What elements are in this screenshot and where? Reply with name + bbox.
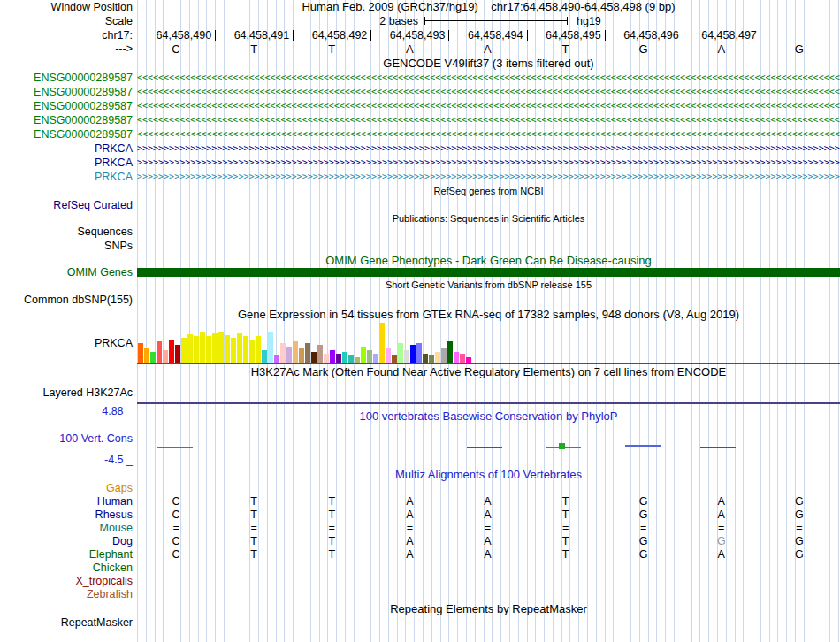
- gtex-expression-bar[interactable]: [336, 354, 341, 363]
- gtex-expression-bar[interactable]: [150, 352, 156, 363]
- gene-strand-arrows-left[interactable]: <<<<<<<<<<<<<<<<<<<<<<<<<<<<<<<<<<<<<<<<…: [137, 85, 840, 99]
- omim-genes-label[interactable]: OMIM Genes: [0, 268, 137, 278]
- gtex-expression-bar[interactable]: [163, 350, 168, 363]
- publications-track-title[interactable]: Publications: Sequences in Scientific Ar…: [137, 212, 840, 225]
- common-dbsnp-track[interactable]: [137, 293, 840, 307]
- gtex-expression-bar[interactable]: [293, 341, 298, 363]
- phylop-track[interactable]: 100 vertebrates Basewise Conservation by…: [137, 406, 840, 467]
- sequences-track[interactable]: [137, 225, 840, 239]
- gtex-expression-bar[interactable]: [441, 348, 447, 363]
- gtex-expression-bar[interactable]: [256, 336, 261, 363]
- gtex-expression-bar[interactable]: [268, 332, 273, 363]
- gtex-expression-bar[interactable]: [187, 334, 193, 363]
- gtex-expression-bar[interactable]: [367, 350, 372, 363]
- gene-label[interactable]: ENSG00000289587: [0, 71, 137, 85]
- gtex-chart[interactable]: [137, 322, 840, 364]
- gtex-expression-bar[interactable]: [249, 340, 255, 363]
- gene-strand-arrows-left[interactable]: <<<<<<<<<<<<<<<<<<<<<<<<<<<<<<<<<<<<<<<<…: [137, 71, 840, 85]
- refseq-curated-label[interactable]: RefSeq Curated: [0, 198, 137, 212]
- gene-strand-arrows-right[interactable]: >>>>>>>>>>>>>>>>>>>>>>>>>>>>>>>>>>>>>>>>…: [137, 156, 840, 170]
- gtex-gene-label[interactable]: PRKCA: [0, 322, 137, 364]
- gene-label[interactable]: PRKCA: [0, 156, 137, 170]
- gtex-expression-bar[interactable]: [379, 323, 385, 363]
- gtex-expression-bar[interactable]: [194, 336, 199, 363]
- layered-h3k27ac-label[interactable]: Layered H3K27Ac: [0, 379, 137, 406]
- repeatmasker-label[interactable]: RepeatMasker: [0, 616, 137, 630]
- gene-strand-arrows-right[interactable]: >>>>>>>>>>>>>>>>>>>>>>>>>>>>>>>>>>>>>>>>…: [137, 170, 840, 184]
- gene-label[interactable]: ENSG00000289587: [0, 113, 137, 127]
- gene-strand-arrows-left[interactable]: <<<<<<<<<<<<<<<<<<<<<<<<<<<<<<<<<<<<<<<<…: [137, 113, 840, 127]
- gene-label[interactable]: PRKCA: [0, 141, 137, 156]
- gtex-expression-bar[interactable]: [212, 333, 218, 363]
- gtex-expression-bar[interactable]: [392, 355, 397, 363]
- repeatmasker-track[interactable]: [137, 616, 840, 630]
- gtex-expression-bar[interactable]: [398, 343, 403, 363]
- species-label[interactable]: Dog: [0, 535, 137, 548]
- gtex-expression-bar[interactable]: [416, 343, 422, 363]
- refseq-track-title[interactable]: RefSeq genes from NCBI: [137, 184, 840, 198]
- gtex-expression-bar[interactable]: [225, 335, 230, 363]
- gtex-expression-bar[interactable]: [144, 348, 149, 363]
- gtex-expression-bar[interactable]: [262, 350, 267, 363]
- gene-label[interactable]: PRKCA: [0, 170, 137, 184]
- gtex-expression-bar[interactable]: [435, 352, 440, 363]
- h3k27ac-track[interactable]: [137, 379, 840, 406]
- repeatmasker-track-title[interactable]: Repeating Elements by RepeatMasker: [137, 601, 840, 616]
- gene-strand-arrows-right[interactable]: >>>>>>>>>>>>>>>>>>>>>>>>>>>>>>>>>>>>>>>>…: [137, 141, 840, 156]
- multiz-track-title[interactable]: Multiz Alignments of 100 Vertebrates: [137, 467, 840, 482]
- gtex-expression-bar[interactable]: [169, 340, 174, 363]
- gtex-expression-bar[interactable]: [361, 347, 366, 363]
- gtex-expression-bar[interactable]: [466, 357, 471, 363]
- common-dbsnp-label[interactable]: Common dbSNP(155): [0, 293, 137, 307]
- gtex-expression-bar[interactable]: [243, 336, 248, 363]
- gtex-expression-bar[interactable]: [200, 332, 205, 363]
- gaps-label[interactable]: Gaps: [0, 482, 137, 495]
- gtex-expression-bar[interactable]: [206, 336, 211, 363]
- species-label[interactable]: Mouse: [0, 522, 137, 535]
- gene-label[interactable]: ENSG00000289587: [0, 85, 137, 99]
- gencode-track-title[interactable]: GENCODE V49lift37 (3 items filtered out): [137, 56, 840, 71]
- gtex-expression-bar[interactable]: [231, 338, 236, 363]
- gtex-expression-bar[interactable]: [175, 345, 180, 363]
- species-label[interactable]: Human: [0, 495, 137, 508]
- gtex-expression-bar[interactable]: [355, 357, 360, 363]
- gene-strand-arrows-left[interactable]: <<<<<<<<<<<<<<<<<<<<<<<<<<<<<<<<<<<<<<<<…: [137, 99, 840, 113]
- gtex-expression-bar[interactable]: [218, 332, 224, 363]
- gtex-expression-bar[interactable]: [311, 352, 317, 363]
- species-label[interactable]: Zebrafish: [0, 588, 137, 601]
- gtex-expression-bar[interactable]: [447, 341, 453, 363]
- gtex-expression-bar[interactable]: [286, 347, 292, 363]
- gtex-expression-bar[interactable]: [274, 355, 279, 363]
- omim-track-title[interactable]: OMIM Gene Phenotypes - Dark Green Can Be…: [137, 253, 840, 268]
- gtex-expression-bar[interactable]: [330, 350, 335, 363]
- gtex-expression-bar[interactable]: [280, 343, 286, 363]
- gtex-expression-bar[interactable]: [237, 333, 242, 363]
- gtex-expression-bar[interactable]: [157, 341, 162, 363]
- gtex-expression-bar[interactable]: [386, 348, 391, 363]
- sequences-label[interactable]: Sequences: [0, 225, 137, 239]
- species-label[interactable]: X_tropicalis: [0, 575, 137, 588]
- h3k27ac-track-title[interactable]: H3K27Ac Mark (Often Found Near Active Re…: [137, 364, 840, 379]
- snps-track[interactable]: [137, 239, 840, 253]
- gtex-expression-bar[interactable]: [429, 355, 434, 363]
- omim-track[interactable]: [137, 268, 840, 278]
- refseq-curated-track[interactable]: [137, 198, 840, 212]
- gtex-expression-bar[interactable]: [373, 354, 378, 363]
- gtex-expression-bar[interactable]: [423, 354, 428, 363]
- vert-cons-label[interactable]: 100 Vert. Cons: [59, 433, 133, 445]
- gtex-expression-bar[interactable]: [454, 352, 459, 363]
- gene-strand-arrows-left[interactable]: <<<<<<<<<<<<<<<<<<<<<<<<<<<<<<<<<<<<<<<<…: [137, 127, 840, 141]
- gtex-expression-bar[interactable]: [410, 345, 416, 363]
- species-label[interactable]: Elephant: [0, 548, 137, 562]
- gtex-expression-bar[interactable]: [317, 345, 323, 363]
- gtex-track-title[interactable]: Gene Expression in 54 tissues from GTEx …: [137, 307, 840, 322]
- gtex-expression-bar[interactable]: [404, 350, 409, 363]
- gtex-expression-bar[interactable]: [305, 343, 310, 363]
- dbsnp-track-title[interactable]: Short Genetic Variants from dbSNP releas…: [137, 278, 840, 293]
- gtex-expression-bar[interactable]: [181, 338, 187, 363]
- gtex-expression-bar[interactable]: [342, 352, 347, 363]
- gene-label[interactable]: ENSG00000289587: [0, 99, 137, 113]
- omim-bar[interactable]: [137, 268, 840, 277]
- snps-label[interactable]: SNPs: [0, 239, 137, 253]
- gtex-expression-bar[interactable]: [138, 343, 143, 363]
